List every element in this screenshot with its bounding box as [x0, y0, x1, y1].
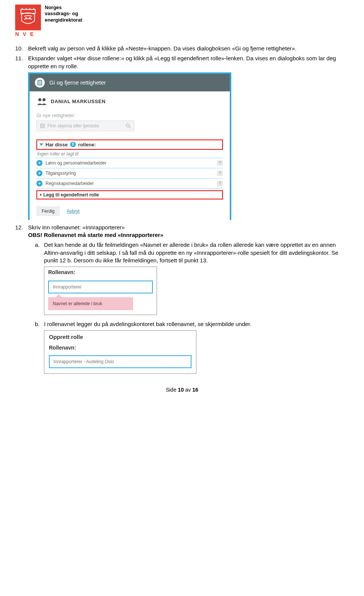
svg-line-14 — [129, 127, 130, 128]
rolename-label: Rollenavn: — [49, 345, 191, 351]
help-icon[interactable]: ? — [217, 171, 223, 176]
add-custom-role-link[interactable]: + Legg til egendefinert rolle — [36, 190, 223, 199]
plus-icon: + — [36, 160, 42, 166]
rolename-input[interactable]: Innrapporterer - Avdeling Oslo — [49, 355, 191, 368]
screenshot-create-role: Opprett rolle Rollenavn: Innrapporterer … — [44, 330, 196, 374]
rolename-label: Rollenavn: — [48, 269, 153, 275]
substep-b: b. I rollenavnet legger du på avdelingsk… — [35, 320, 349, 328]
search-input[interactable]: Finn skjema eller tjeneste — [36, 121, 134, 131]
person-row: DANIAL MARKUSSEN — [36, 97, 223, 106]
role-row[interactable]: +Lønn og personalmedarbeider ? — [36, 159, 223, 167]
org-name: Norges vassdrags- og energidirektorat — [45, 5, 82, 23]
plus-icon: + — [36, 170, 42, 176]
cancel-link[interactable]: Avbryt — [65, 206, 81, 216]
step-text: Bekreft valg av person ved å klikke på «… — [28, 45, 349, 52]
dialog-title: Gi og fjerne rettigheter — [49, 79, 106, 86]
person-name: DANIAL MARKUSSEN — [51, 99, 105, 104]
help-icon[interactable]: ? — [217, 181, 223, 186]
substep-text: Det kan hende at du får feilmeldingen «N… — [44, 241, 349, 264]
no-roles-text: Ingen roller er lagt til — [37, 151, 222, 157]
screenshot-rights-dialog: Gi og fjerne rettigheter DANIAL MARKUSSE… — [28, 72, 231, 220]
nve-acronym: N V E — [15, 31, 41, 37]
step-11: 11. Ekspander valget «Har disse rollene:… — [15, 55, 349, 70]
svg-point-8 — [42, 98, 46, 101]
role-row[interactable]: +Regnskapsmedarbeider ? — [36, 180, 223, 187]
separator — [36, 178, 223, 179]
step-number: 11. — [15, 55, 28, 70]
plus-icon: + — [36, 180, 42, 187]
clipboard-icon — [35, 78, 45, 88]
substep-a: a. Det kan hende at du får feilmeldingen… — [35, 241, 349, 264]
step-12: 12. Skriv inn rollenavnet: «Innrapporter… — [15, 224, 349, 239]
page-header: N V E Norges vassdrags- og energidirekto… — [15, 5, 349, 37]
dialog-buttons: Ferdig Avbryt — [36, 206, 223, 216]
separator — [36, 158, 223, 158]
sublist: b. I rollenavnet legger du på avdelingsk… — [35, 320, 349, 328]
step-10: 10. Bekreft valg av person ved å klikke … — [15, 45, 349, 52]
help-icon[interactable]: ? — [217, 160, 223, 166]
done-button[interactable]: Ferdig — [36, 206, 60, 216]
svg-point-13 — [126, 124, 129, 127]
separator — [36, 188, 223, 189]
search-placeholder: Finn skjema eller tjeneste — [47, 123, 99, 129]
step-number: 10. — [15, 45, 28, 52]
sublist: a. Det kan hende at du får feilmeldingen… — [35, 241, 349, 264]
dialog-titlebar: Gi og fjerne rettigheter — [30, 74, 230, 91]
give-rights-label: Gi nye rettigheter: — [36, 113, 223, 118]
chevron-down-icon — [39, 143, 43, 146]
substep-text: I rollenavnet legger du på avdelingskont… — [44, 320, 349, 328]
nve-logo — [15, 5, 41, 30]
separator — [36, 168, 223, 168]
step-text: Skriv inn rollenavnet: «Innrapporterer» … — [28, 224, 349, 239]
svg-point-2 — [29, 17, 31, 19]
crest-icon — [19, 8, 38, 27]
step-number: 12. — [15, 224, 28, 239]
search-icon — [126, 123, 131, 129]
rolename-input[interactable]: Innrapporterer — [48, 281, 153, 293]
create-role-heading: Opprett rolle — [49, 334, 191, 340]
list-icon — [40, 123, 45, 129]
people-icon — [36, 97, 48, 106]
has-roles-header[interactable]: Har disse 0 rollene: — [36, 140, 223, 150]
substep-letter: a. — [35, 241, 44, 264]
page-footer: Side 10 av 16 — [15, 387, 349, 393]
roles-count-badge: 0 — [70, 142, 76, 147]
role-row[interactable]: +Tilgangsstyring ? — [36, 169, 223, 177]
error-tooltip: Navnet er allerede i bruk — [48, 297, 133, 310]
screenshot-rolename-error: Rollenavn: Innrapporterer Navnet er alle… — [44, 267, 157, 315]
substep-letter: b. — [35, 320, 44, 328]
logo-block: N V E — [15, 5, 41, 37]
svg-point-1 — [25, 17, 27, 19]
svg-point-7 — [38, 98, 41, 101]
step-text: Ekspander valget «Har disse rollene:» og… — [28, 55, 349, 70]
